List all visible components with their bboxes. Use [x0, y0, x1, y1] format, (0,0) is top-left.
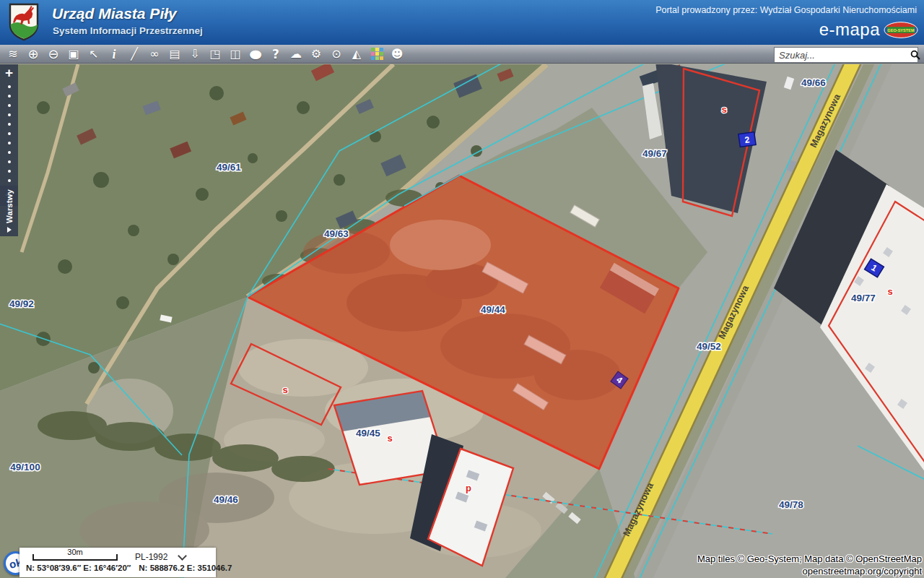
scale-bar: 30m	[32, 548, 118, 562]
duplicate-window-icon[interactable]: ◳	[205, 46, 225, 63]
svg-text:s: s	[887, 286, 892, 297]
search-input[interactable]	[775, 50, 910, 61]
coords-projected: N: 588876.2 E: 351046.7	[139, 564, 232, 572]
layers-icon[interactable]: ≋	[3, 46, 23, 63]
parcel-label: 49/67	[642, 148, 667, 159]
parcel-label: 49/46	[214, 494, 238, 505]
zoom-level-dot[interactable]	[8, 170, 11, 173]
portal-note: Portal prowadzony przez: Wydział Gospoda…	[655, 5, 917, 15]
zoom-level-dots	[8, 85, 11, 182]
layers-tab-label: Warstwy	[5, 189, 14, 223]
zoom-level-dot[interactable]	[8, 142, 11, 144]
cloud-upload-icon[interactable]: ☁	[286, 46, 306, 63]
download-view-icon[interactable]: ⇩	[185, 46, 205, 63]
zoom-level-dot[interactable]	[8, 123, 11, 126]
parcel-label: 49/78	[779, 499, 803, 510]
legend-grid-icon[interactable]	[367, 46, 387, 63]
parcel-label: 49/92	[9, 298, 34, 309]
toolbar: ≋ ⊕ ⊖ ▣ ↖ i ╱ ∞ ▤ ⇩ ◳ ◫ ● ? ☁ ⚙ ⊙ ◭ ☻	[0, 45, 924, 64]
link-icon[interactable]: ∞	[144, 46, 165, 63]
city-coat-of-arms	[8, 2, 40, 43]
svg-text:s: s	[387, 433, 392, 444]
app-window: Urząd Miasta Piły System Informacji Prze…	[0, 0, 924, 578]
geo-system-badge-icon: GEO-SYSTEM	[884, 22, 918, 38]
attribution-link[interactable]: openstreetmap.org/copyright	[697, 566, 922, 578]
zoom-level-dot[interactable]	[8, 151, 11, 154]
attribution-line: Map tiles © Geo-System; Map data © OpenS…	[697, 553, 922, 566]
parcel-label: 49/52	[697, 341, 721, 352]
pointer-icon[interactable]: ↖	[84, 46, 104, 63]
parcel-label: 49/44	[481, 304, 505, 315]
app-title: Urząd Miasta Piły	[52, 5, 177, 22]
app-subtitle: System Informacji Przestrzennej	[53, 25, 203, 36]
zoom-level-dot[interactable]	[8, 113, 11, 116]
coordinates-search-icon[interactable]: ⊙	[326, 46, 346, 63]
measure-icon[interactable]: ╱	[124, 46, 144, 63]
zoom-level-dot[interactable]	[8, 132, 11, 135]
comment-icon[interactable]: ●	[243, 46, 269, 63]
parcel-label: 49/66	[801, 77, 826, 88]
search-icon[interactable]	[910, 48, 920, 62]
map-canvas[interactable]: Magazynowa Magazynowa Magazynowa s s s s…	[0, 64, 924, 578]
select-region-icon[interactable]: ▣	[64, 46, 84, 63]
zoom-level-dot[interactable]	[8, 104, 11, 107]
map-attribution: Map tiles © Geo-System; Map data © OpenS…	[697, 553, 922, 577]
address-marker-2[interactable]: 2	[738, 132, 756, 147]
parcel-label: 49/61	[217, 162, 241, 173]
zoom-level-dot[interactable]	[8, 95, 11, 98]
status-panel: 30m PL-1992 N: 53°08′39.6″ E: 16°46′20″ …	[19, 548, 216, 577]
parcel-label: 49/100	[10, 462, 40, 473]
chevron-down-icon	[178, 551, 188, 561]
parcel-label: 49/63	[324, 228, 349, 239]
info-icon[interactable]: i	[104, 46, 124, 63]
zoom-in-icon[interactable]: ⊕	[23, 46, 43, 63]
parcel-label: 49/45	[356, 428, 380, 439]
zoom-level-dot[interactable]	[8, 179, 11, 182]
feedback-icon[interactable]: ☻	[387, 46, 407, 63]
header: Urząd Miasta Piły System Informacji Prze…	[0, 0, 924, 45]
layers-panel-tab[interactable]: Warstwy	[0, 186, 18, 236]
zoom-level-dot[interactable]	[8, 160, 11, 163]
expand-arrow-icon	[7, 227, 12, 233]
crs-label: PL-1992	[135, 552, 167, 562]
brand[interactable]: e-mapa GEO-SYSTEM	[819, 20, 918, 40]
svg-text:s: s	[282, 384, 287, 395]
zoom-bar: + −	[0, 64, 18, 206]
parcel-label: 49/77	[851, 293, 876, 303]
zoom-level-dot[interactable]	[8, 85, 11, 88]
coords-geographic: N: 53°08′39.6″ E: 16°46′20″	[26, 564, 131, 572]
search-box	[774, 47, 918, 63]
compare-icon[interactable]: ◭	[346, 46, 367, 63]
settings-icon[interactable]: ⚙	[306, 46, 326, 63]
print-icon[interactable]: ▤	[165, 46, 185, 63]
svg-text:GEO-SYSTEM: GEO-SYSTEM	[887, 27, 915, 32]
zoom-out-icon[interactable]: ⊖	[43, 46, 64, 63]
crs-selector[interactable]: PL-1992	[135, 552, 186, 562]
svg-text:p: p	[466, 483, 471, 493]
svg-text:s: s	[721, 104, 726, 115]
brand-name: e-mapa	[819, 20, 880, 40]
zoom-in-button[interactable]: +	[5, 66, 13, 79]
